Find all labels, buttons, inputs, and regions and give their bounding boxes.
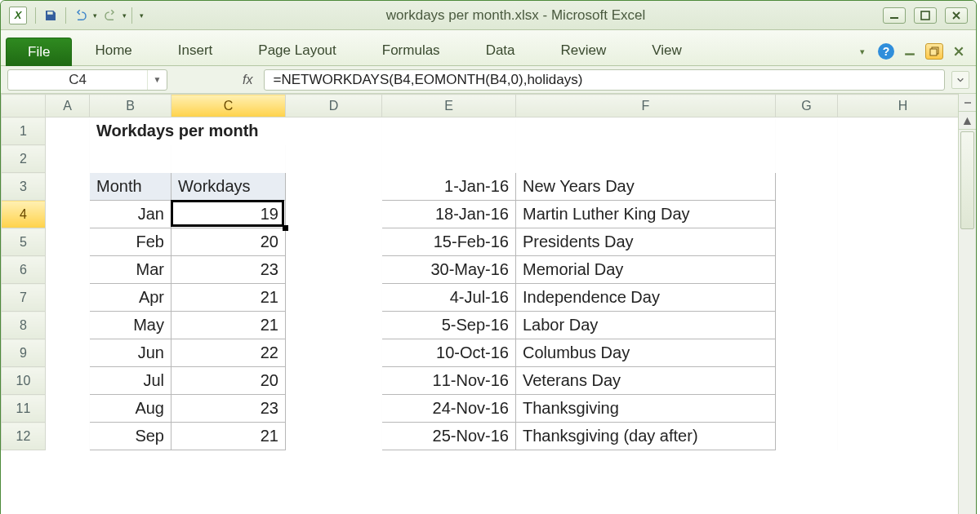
cell-C2[interactable]: [172, 145, 286, 173]
cell-C4[interactable]: 19: [172, 201, 286, 228]
row-header-11[interactable]: 11: [2, 395, 46, 423]
cell-G11[interactable]: [776, 395, 838, 423]
row-header-10[interactable]: 10: [2, 367, 46, 395]
cell-H4[interactable]: [838, 201, 959, 228]
cell-F1[interactable]: [516, 117, 776, 145]
cell-D3[interactable]: [286, 173, 382, 201]
help-button[interactable]: ?: [878, 43, 894, 60]
select-all-corner[interactable]: [2, 95, 46, 117]
cell-G7[interactable]: [776, 284, 838, 312]
cell-C8[interactable]: 21: [172, 312, 286, 339]
row-header-1[interactable]: 1: [2, 117, 46, 145]
row-header-3[interactable]: 3: [2, 173, 46, 201]
row-header-4[interactable]: 4: [2, 201, 46, 228]
cell-H6[interactable]: [838, 256, 959, 284]
cell-B12[interactable]: Sep: [90, 423, 172, 450]
ribbon-options-dropdown[interactable]: ▾: [853, 42, 871, 60]
cell-G5[interactable]: [776, 228, 838, 256]
cell-E9[interactable]: 10-Oct-16: [382, 339, 516, 367]
cell-A11[interactable]: [46, 395, 90, 423]
workbook-restore-button[interactable]: [925, 43, 943, 60]
maximize-button[interactable]: [914, 7, 937, 24]
cell-E3[interactable]: 1-Jan-16: [382, 173, 516, 201]
cell-C6[interactable]: 23: [172, 256, 286, 284]
cell-B11[interactable]: Aug: [90, 395, 172, 423]
cell-B2[interactable]: [90, 145, 172, 173]
cell-B5[interactable]: Feb: [90, 228, 172, 256]
col-header-F[interactable]: F: [516, 95, 776, 117]
minimize-button[interactable]: [883, 7, 906, 24]
cell-B3[interactable]: Month: [90, 173, 172, 201]
cell-F4[interactable]: Martin Luther King Day: [516, 201, 776, 228]
cell-D5[interactable]: [286, 228, 382, 256]
file-tab[interactable]: File: [6, 38, 72, 66]
tab-insert[interactable]: Insert: [155, 34, 236, 65]
formula-bar-expand[interactable]: [951, 71, 969, 89]
cell-D11[interactable]: [286, 395, 382, 423]
cell-H7[interactable]: [838, 284, 959, 312]
cell-G2[interactable]: [776, 145, 838, 173]
row-header-7[interactable]: 7: [2, 284, 46, 312]
scroll-track[interactable]: [959, 130, 976, 514]
scroll-split-icon[interactable]: [959, 94, 976, 112]
cell-C11[interactable]: 23: [172, 395, 286, 423]
tab-review[interactable]: Review: [538, 34, 630, 65]
cell-H10[interactable]: [838, 367, 959, 395]
cell-D4[interactable]: [286, 201, 382, 228]
cell-F10[interactable]: Veterans Day: [516, 367, 776, 395]
cell-E11[interactable]: 24-Nov-16: [382, 395, 516, 423]
cell-F8[interactable]: Labor Day: [516, 312, 776, 339]
cell-D8[interactable]: [286, 312, 382, 339]
cell-C5[interactable]: 20: [172, 228, 286, 256]
cell-H9[interactable]: [838, 339, 959, 367]
cell-G1[interactable]: [776, 117, 838, 145]
cell-B7[interactable]: Apr: [90, 284, 172, 312]
cell-B8[interactable]: May: [90, 312, 172, 339]
row-header-2[interactable]: 2: [2, 145, 46, 173]
cell-F11[interactable]: Thanksgiving: [516, 395, 776, 423]
cell-F3[interactable]: New Years Day: [516, 173, 776, 201]
cell-C3[interactable]: Workdays: [172, 173, 286, 201]
tab-formulas[interactable]: Formulas: [359, 34, 463, 65]
cell-B4[interactable]: Jan: [90, 201, 172, 228]
cell-G4[interactable]: [776, 201, 838, 228]
cell-F7[interactable]: Independence Day: [516, 284, 776, 312]
row-header-12[interactable]: 12: [2, 423, 46, 450]
tab-view[interactable]: View: [629, 34, 705, 65]
fill-handle[interactable]: [283, 225, 288, 231]
grid[interactable]: A B C D E F G H 1 Workdays p: [1, 94, 958, 514]
scroll-thumb[interactable]: [960, 131, 974, 229]
cell-E7[interactable]: 4-Jul-16: [382, 284, 516, 312]
redo-dropdown[interactable]: ▾: [120, 11, 128, 20]
cell-D7[interactable]: [286, 284, 382, 312]
cell-H1[interactable]: [838, 117, 959, 145]
cell-F5[interactable]: Presidents Day: [516, 228, 776, 256]
cell-A7[interactable]: [46, 284, 90, 312]
formula-input[interactable]: =NETWORKDAYS(B4,EOMONTH(B4,0),holidays): [264, 69, 945, 91]
cell-G6[interactable]: [776, 256, 838, 284]
cell-C10[interactable]: 20: [172, 367, 286, 395]
row-header-5[interactable]: 5: [2, 228, 46, 256]
workbook-close-button[interactable]: [950, 42, 968, 60]
col-header-E[interactable]: E: [382, 95, 516, 117]
cell-H3[interactable]: [838, 173, 959, 201]
cell-E1[interactable]: [382, 117, 516, 145]
cell-E6[interactable]: 30-May-16: [382, 256, 516, 284]
cell-A4[interactable]: [46, 201, 90, 228]
name-box-dropdown[interactable]: ▼: [147, 70, 167, 90]
cell-F6[interactable]: Memorial Day: [516, 256, 776, 284]
cell-D12[interactable]: [286, 423, 382, 450]
cell-D10[interactable]: [286, 367, 382, 395]
cell-E12[interactable]: 25-Nov-16: [382, 423, 516, 450]
cell-C12[interactable]: 21: [172, 423, 286, 450]
cell-A6[interactable]: [46, 256, 90, 284]
cell-E5[interactable]: 15-Feb-16: [382, 228, 516, 256]
row-header-9[interactable]: 9: [2, 339, 46, 367]
undo-dropdown[interactable]: ▾: [91, 11, 99, 20]
cell-H8[interactable]: [838, 312, 959, 339]
tab-page-layout[interactable]: Page Layout: [235, 34, 359, 65]
cell-C7[interactable]: 21: [172, 284, 286, 312]
cell-A8[interactable]: [46, 312, 90, 339]
cell-E2[interactable]: [382, 145, 516, 173]
cell-B9[interactable]: Jun: [90, 339, 172, 367]
